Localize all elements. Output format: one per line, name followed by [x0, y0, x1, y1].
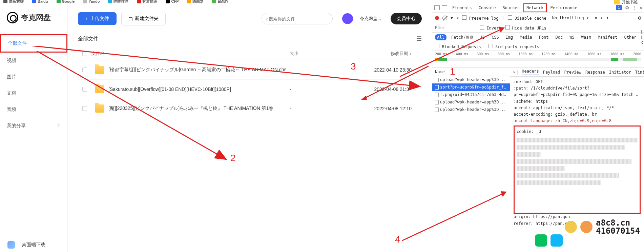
list-view-icon[interactable]: ☰ — [416, 35, 422, 42]
bookmark-item[interactable]: EMBY — [212, 0, 228, 3]
request-row[interactable]: sort?pr=ucpro&fr=pc&pdir_fi... — [432, 83, 510, 91]
bookmark-item[interactable]: 有道翻译 — [137, 0, 157, 3]
folder-icon: ▢ — [128, 16, 133, 21]
request-row[interactable]: r.png?uid=0431a7c1-7d63-4d... — [432, 91, 510, 98]
tab-elements[interactable]: Elements — [449, 3, 475, 12]
new-folder-button[interactable]: ▢新建文件夹 — [121, 12, 166, 25]
filter-manifest[interactable]: Manifest — [596, 34, 620, 40]
filter-wasm[interactable]: Wasm — [579, 34, 593, 40]
folder-icon — [95, 104, 104, 113]
device-icon[interactable] — [442, 5, 447, 10]
bookmark-item[interactable]: Google — [57, 0, 75, 3]
row-checkbox[interactable] — [82, 67, 87, 72]
upload-button[interactable]: +上传文件 — [78, 12, 117, 25]
inspect-icon[interactable] — [434, 5, 440, 10]
close-icon[interactable]: ✕ — [640, 5, 642, 10]
nav-share[interactable]: 我的分享⇪ — [0, 118, 67, 134]
table-header: 文件名 大小 修改日期 ↓ — [78, 47, 422, 60]
tab-network[interactable]: Network — [523, 3, 547, 12]
download-icon[interactable]: ⬇ — [600, 16, 603, 20]
bookmark-item[interactable]: CFP — [166, 0, 179, 3]
table-row[interactable]: [Sakurato.sub][Overflow][01-08 END][HEVC… — [78, 80, 422, 99]
timeline[interactable]: 200 ms400 ms600 ms800 ms1000 ms1200 ms14… — [432, 51, 644, 68]
tab-headers[interactable]: Headers — [522, 69, 539, 75]
filter-css[interactable]: CSS — [490, 34, 501, 40]
filter-all[interactable]: All — [435, 34, 446, 40]
col-name[interactable]: 文件名 — [91, 51, 290, 57]
table-row[interactable]: [魔][220325][ピンクパイナップル]らぶみー『楓と鈴』 THE ANIM… — [78, 99, 422, 118]
bookmark-item[interactable]: 屏蔽右键 — [3, 0, 24, 3]
tab-payload[interactable]: Payload — [543, 70, 560, 75]
annotation-1: 1 — [450, 66, 455, 77]
tab-preview[interactable]: Preview — [564, 70, 581, 75]
third-party-checkbox[interactable]: 3rd-party requests — [489, 44, 539, 49]
header-line: accept: application/json, text/plain, */… — [514, 105, 641, 111]
preserve-log-checkbox[interactable]: Preserve log — [462, 15, 498, 21]
bookmark-item[interactable]: 路由器 — [187, 0, 204, 3]
filter-ws[interactable]: WS — [567, 34, 576, 40]
invert-checkbox[interactable]: Invert — [480, 25, 501, 31]
annotation-2: 2 — [230, 153, 236, 163]
desktop-download[interactable]: 桌面端下载 — [7, 241, 45, 249]
type-filters: All Fetch/XHR JS CSS Img Media Font Doc … — [432, 33, 644, 42]
request-row[interactable]: upload?wpk-header=app%3D... — [432, 106, 510, 113]
record-icon[interactable] — [435, 16, 439, 20]
username: 夸克网盘... — [360, 16, 381, 22]
vip-button[interactable]: 会员中心 — [391, 13, 422, 24]
nav-audio[interactable]: 音频 — [0, 101, 67, 118]
hide-data-urls-checkbox[interactable]: Hide data URLs — [505, 25, 546, 31]
tab-response[interactable]: Response — [585, 70, 605, 75]
name-column-header[interactable]: Name — [432, 68, 510, 76]
filter-toggle-icon[interactable]: ▼ — [451, 16, 453, 20]
redacted — [517, 159, 631, 164]
search-icon[interactable]: ⌕ — [456, 16, 459, 20]
filter-js[interactable]: JS — [478, 34, 487, 40]
redacted — [517, 180, 601, 185]
blocked-requests-checkbox[interactable]: Blocked Requests — [435, 44, 481, 49]
settings-icon[interactable]: ⚙ — [625, 4, 629, 11]
close-panel-icon[interactable]: ✕ — [513, 70, 518, 75]
request-row[interactable]: upload?wpk-header=app%3D... — [432, 76, 510, 83]
nav-all-files[interactable]: 全部文件 — [0, 34, 67, 53]
issues-badge[interactable]: 1 — [616, 5, 622, 10]
nav-doc[interactable]: 文档 — [0, 85, 67, 101]
request-row[interactable]: upload?wpk-header=app%3D... — [432, 98, 510, 106]
bookmark-item[interactable]: Baidu — [32, 0, 48, 3]
bookmark-item[interactable]: Yaodo — [83, 0, 100, 3]
filter-img[interactable]: Img — [504, 34, 515, 40]
select-all-checkbox[interactable] — [82, 51, 87, 56]
clear-icon[interactable] — [442, 16, 447, 20]
app-main: 夸克网盘 全部文件 视频 图片 文档 音频 我的分享⇪ 桌面端下载 +上传文件 … — [0, 3, 432, 252]
wifi-icon[interactable]: ⇅ — [595, 16, 597, 20]
tab-console[interactable]: Console — [476, 3, 499, 12]
nav-video[interactable]: 视频 — [0, 53, 67, 69]
wm-icon — [565, 221, 577, 233]
filter-fetch[interactable]: Fetch/XHR — [449, 34, 475, 40]
filter-media[interactable]: Media — [518, 34, 534, 40]
tab-sources[interactable]: Sources — [499, 3, 523, 12]
col-date[interactable]: 修改日期 ↓ — [347, 51, 422, 57]
nav-image[interactable]: 图片 — [0, 69, 67, 85]
tab-performance[interactable]: Performance — [547, 3, 580, 12]
search-box[interactable]: ⌕ — [262, 13, 333, 24]
search-input[interactable] — [269, 16, 328, 21]
redacted — [517, 152, 541, 157]
network-settings-icon[interactable]: ⚙ — [638, 15, 641, 21]
bookmark-item[interactable]: 咩咩咩咩 — [108, 0, 128, 3]
upload-icon[interactable]: ⬆ — [606, 16, 609, 20]
filter-font[interactable]: Font — [537, 34, 551, 40]
filter-input[interactable] — [435, 25, 476, 30]
network-toolbar: ▼ ⌕ Preserve log | Disable cache No thro… — [432, 13, 644, 23]
row-checkbox[interactable] — [82, 106, 87, 111]
avatar[interactable] — [342, 13, 353, 24]
filter-other[interactable]: Other — [622, 34, 638, 40]
tab-timing[interactable]: Timing — [635, 70, 644, 75]
throttle-select[interactable]: No throttling ▾ — [550, 15, 591, 21]
filter-doc[interactable]: Doc — [554, 34, 565, 40]
disable-cache-checkbox[interactable]: Disable cache — [508, 15, 546, 21]
table-row[interactable]: [桜都字幕组][ピンクパイナップル]Garden ～高嶺家の二輪花～ THE A… — [78, 60, 422, 80]
tab-initiator[interactable]: Initiator — [609, 70, 631, 75]
row-checkbox[interactable] — [82, 87, 87, 92]
more-icon[interactable]: ⋮ — [632, 5, 636, 10]
col-size[interactable]: 大小 — [290, 51, 347, 57]
